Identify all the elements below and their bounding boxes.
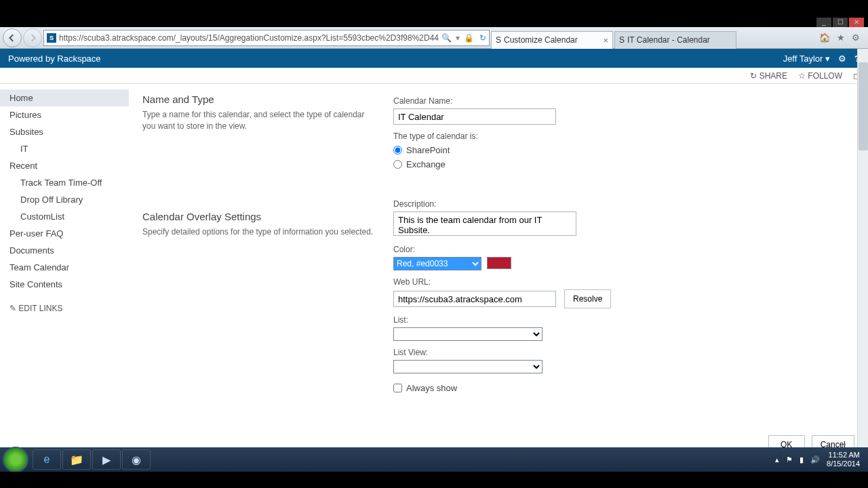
nav-documents[interactable]: Documents	[0, 242, 129, 259]
tray-volume-icon[interactable]: 🔊	[810, 455, 820, 464]
calendar-name-label: Calendar Name:	[393, 96, 854, 106]
color-select[interactable]: Red, #ed0033	[393, 257, 481, 270]
nav-recent[interactable]: Recent	[0, 157, 129, 174]
description-input[interactable]: This is the team calendar from our IT Su…	[393, 211, 576, 236]
vertical-scrollbar[interactable]	[857, 49, 868, 447]
tab-label: Customize Calendar	[504, 35, 578, 45]
refresh-icon[interactable]: ↻	[479, 33, 486, 43]
nav-drop-off[interactable]: Drop Off Library	[0, 191, 129, 208]
calendar-name-input[interactable]	[393, 108, 556, 125]
window-controls: _ ☐ ✕	[816, 18, 864, 27]
forward-button[interactable]	[23, 28, 42, 47]
lock-icon: 🔒	[464, 33, 474, 43]
maximize-button[interactable]: ☐	[833, 18, 848, 27]
resolve-button[interactable]: Resolve	[564, 289, 611, 308]
sharepoint-icon: S	[619, 35, 625, 45]
follow-button[interactable]: ☆ FOLLOW	[798, 71, 842, 81]
tray-flag-icon[interactable]: ⚑	[786, 455, 793, 464]
tools-icon[interactable]: ⚙	[852, 33, 860, 43]
tray-network-icon[interactable]: ▮	[800, 455, 804, 464]
listview-label: List View:	[393, 348, 854, 357]
section-overlay-desc: Specify detailed options for the type of…	[142, 226, 380, 238]
banner-title: Powered by Rackspace	[8, 54, 101, 64]
list-select[interactable]	[393, 327, 542, 341]
color-swatch	[487, 257, 511, 269]
browser-toolbar: S https://scuba3.atrackspace.com/_layout…	[0, 27, 868, 49]
taskbar-explorer[interactable]: 📁	[62, 449, 91, 470]
nav-site-contents[interactable]: Site Contents	[0, 276, 129, 293]
nav-subsites[interactable]: Subsites	[0, 123, 129, 140]
section-overlay-title: Calendar Overlay Settings	[142, 211, 380, 222]
nav-it[interactable]: IT	[0, 140, 129, 157]
minimize-button[interactable]: _	[816, 18, 831, 27]
browser-tab-inactive[interactable]: S IT Calendar - Calendar	[614, 31, 736, 49]
user-menu[interactable]: Jeff Taylor ▾	[783, 54, 830, 64]
start-button[interactable]	[3, 447, 28, 472]
always-show-checkbox[interactable]	[393, 384, 402, 392]
close-button[interactable]: ✕	[849, 18, 864, 27]
back-button[interactable]	[3, 28, 22, 47]
nav-customlist[interactable]: CustomList	[0, 208, 129, 225]
tab-label: IT Calendar - Calendar	[627, 35, 710, 45]
sharepoint-icon: S	[496, 35, 501, 45]
sharepoint-banner: Powered by Rackspace Jeff Taylor ▾ ⚙ ?	[0, 49, 868, 68]
calendar-type-label: The type of calendar is:	[393, 131, 854, 141]
edit-links[interactable]: ✎ EDIT LINKS	[0, 293, 129, 324]
windows-taskbar: e 📁 ▶ ◉ ▴ ⚑ ▮ 🔊 11:52 AM8/15/2014	[0, 447, 868, 472]
left-navigation: Home Pictures Subsites IT Recent Track T…	[0, 84, 129, 464]
color-label: Color:	[393, 245, 854, 254]
address-bar[interactable]: S https://scuba3.atrackspace.com/_layout…	[43, 30, 490, 46]
settings-icon[interactable]: ⚙	[838, 54, 846, 64]
nav-home[interactable]: Home	[0, 89, 129, 106]
system-clock[interactable]: 11:52 AM8/15/2014	[827, 451, 860, 468]
nav-pictures[interactable]: Pictures	[0, 106, 129, 123]
radio-sharepoint[interactable]	[393, 146, 402, 155]
weburl-input[interactable]	[393, 291, 556, 307]
sharepoint-icon: S	[47, 33, 56, 43]
url-text: https://scuba3.atrackspace.com/_layouts/…	[59, 33, 439, 43]
nav-track-time-off[interactable]: Track Team Time-Off	[0, 174, 129, 191]
home-icon[interactable]: 🏠	[819, 33, 830, 43]
description-label: Description:	[393, 199, 854, 209]
weburl-label: Web URL:	[393, 277, 854, 287]
list-label: List:	[393, 315, 854, 325]
section-name-type-title: Name and Type	[142, 94, 380, 105]
sharepoint-ribbon: ↻ SHARE ☆ FOLLOW ◻	[0, 68, 868, 84]
taskbar-ie[interactable]: e	[33, 449, 61, 470]
section-name-type-desc: Type a name for this calendar, and selec…	[142, 109, 380, 132]
search-icon[interactable]: 🔍	[441, 33, 452, 43]
taskbar-media[interactable]: ▶	[92, 449, 121, 470]
share-button[interactable]: ↻ SHARE	[750, 71, 787, 81]
nav-faq[interactable]: Per-user FAQ	[0, 225, 129, 242]
taskbar-chrome[interactable]: ◉	[122, 449, 151, 470]
listview-select[interactable]	[393, 360, 542, 373]
tray-up-icon[interactable]: ▴	[775, 455, 779, 464]
radio-exchange[interactable]	[393, 160, 402, 169]
nav-team-calendar[interactable]: Team Calendar	[0, 259, 129, 276]
close-icon[interactable]: ×	[603, 35, 608, 45]
browser-tab-active[interactable]: S Customize Calendar ×	[491, 31, 613, 49]
favorites-icon[interactable]: ★	[837, 33, 845, 43]
